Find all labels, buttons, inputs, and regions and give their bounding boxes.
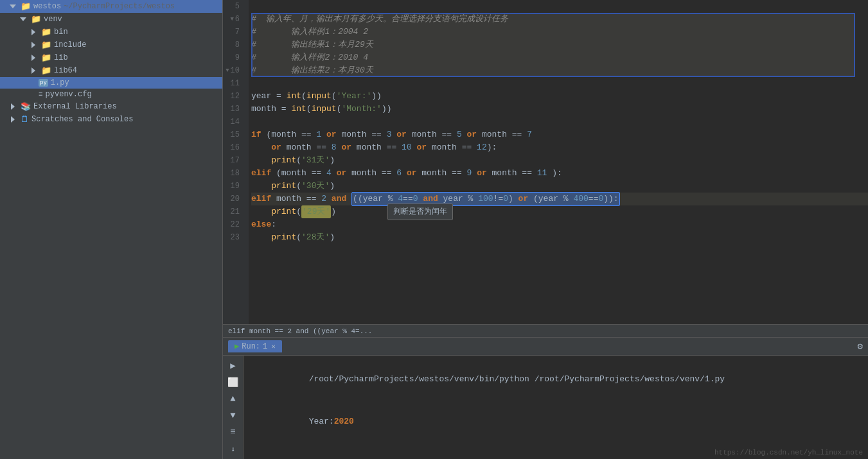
fn-print-19: print [271,180,296,193]
arrow-down-icon [8,1,18,12]
lib-arrow-icon [28,53,39,63]
sidebar-item-venv[interactable]: 📁 venv [0,13,222,26]
run-year-value: 2020 [334,417,354,426]
comment-6: # 输入年、月，输出本月有多少天。合理选择分支语句完成设计任务 [251,13,508,26]
run-wrap-button[interactable]: ≡ [226,425,240,439]
kw-else-22: else [251,218,271,231]
run-scroll-up-button[interactable]: ▲ [226,392,240,406]
code-line-18: elif (month == 4 or month == 6 or month … [251,167,868,180]
external-libraries-label: External Libraries [33,102,117,111]
str-month: 'Month:' [341,103,381,116]
line-num-11: 11 [223,77,244,90]
line-num-20: 20 [223,193,244,205]
lib64-label: lib64 [54,66,77,75]
code-line-5 [251,0,868,13]
line-num-13: 13 [223,103,244,116]
venv-arrow-icon [18,14,28,24]
line-num-12: 12 [223,90,244,103]
run-sidebar: ▶ ⬜ ▲ ▼ ≡ ⇓ [223,356,244,459]
fn-input-12: input [306,90,332,103]
line-num-7: 7 [223,26,244,39]
run-tab-close-icon[interactable]: ✕ [271,342,276,351]
code-line-21: print('29天') 判断是否为闰年 [251,205,868,218]
include-label: include [54,40,86,49]
westos-path: ~/PycharmProjects/westos [64,2,175,11]
kw-elif-20: elif [251,193,271,205]
lib64-arrow-icon [28,65,39,76]
code-line-6: # 输入年、月，输出本月有多少天。合理选择分支语句完成设计任务 [251,13,868,26]
line-num-22: 22 [223,218,244,231]
kw-elif-18: elif [251,167,271,180]
code-line-7: # 输入样例1：2004 2 [251,26,868,39]
sidebar-item-pyvenv[interactable]: ≡ pyvenv.cfg [0,89,222,100]
fn-input-13: input [312,103,337,116]
comment-9: # 输入样例2：2010 4 [251,51,368,64]
westos-label: westos [33,2,61,11]
run-stop-button[interactable]: ⬜ [226,375,240,389]
comment-8: # 输出结果1：本月29天 [251,39,373,51]
code-line-17: print('31天') [251,154,868,167]
code-line-16: or month == 8 or month == 10 or month ==… [251,141,868,154]
str-28: '28天' [301,231,330,244]
var-month: month [251,103,276,116]
comment-7: # 输入样例1：2004 2 [251,26,368,39]
library-icon: 📚 [21,101,31,112]
comment-10: # 输出结果2：本月30天 [251,64,373,77]
sidebar-item-lib64[interactable]: 📁 lib64 [0,64,222,77]
line-num-17: 17 [223,154,244,167]
code-lines[interactable]: # 输入年、月，输出本月有多少天。合理选择分支语句完成设计任务 # 输入样例1：… [249,0,868,324]
sidebar-item-lib[interactable]: 📁 lib [0,51,222,64]
fn-print-17: print [271,154,296,167]
run-play-icon: ▶ [235,342,239,351]
line-num-6: ▼6 [223,13,244,26]
run-scroll-to-end-button[interactable]: ⇓ [226,442,240,456]
var-year: year [251,90,271,103]
run-body: ▶ ⬜ ▲ ▼ ≡ ⇓ /root/PycharmProjects/westos… [223,356,868,459]
scratches-icon: 🗒 [21,115,29,125]
str-year: 'Year:' [337,90,372,103]
line-num-21: 21 [223,205,244,218]
sidebar-item-bin[interactable]: 📁 bin [0,26,222,39]
lib-label: lib [54,53,68,62]
sidebar: 📁 westos ~/PycharmProjects/westos 📁 venv… [0,0,223,459]
run-panel: ▶ Run: 1 ✕ ⚙ ▶ ⬜ ▲ ▼ ≡ ⇓ [223,337,868,459]
run-play-button[interactable]: ▶ [226,358,240,372]
code-line-11 [251,77,868,90]
line-num-23: 23 [223,231,244,244]
sidebar-item-include[interactable]: 📁 include [0,39,222,51]
line-num-16: 16 [223,141,244,154]
run-scroll-down-button[interactable]: ▼ [226,408,240,422]
line-num-19: 19 [223,180,244,193]
code-line-19: print('30天') [251,180,868,193]
code-line-14 [251,116,868,128]
sidebar-item-external-libraries[interactable]: 📚 External Libraries [0,100,222,113]
str-31: '31天' [301,154,330,167]
run-tab-number: 1 [263,342,267,351]
sidebar-item-1py[interactable]: py 1.py [0,77,222,89]
1py-label: 1.py [51,78,69,87]
str-29-highlighted: '29天' [301,205,331,218]
gear-icon[interactable]: ⚙ [858,341,863,352]
line-num-9: 9 [223,51,244,64]
scratches-arrow-icon [8,114,18,125]
line-num-10: ▼10 [223,64,244,77]
fn-int-12: int [287,90,301,103]
pyvenv-label: pyvenv.cfg [46,90,92,99]
bin-label: bin [54,28,68,37]
run-line-path: /root/PycharmProjects/westos/venv/bin/py… [249,358,863,401]
cfg-file-icon: ≡ [39,91,43,98]
bin-arrow-icon [28,27,39,37]
scratches-label: Scratches and Consoles [31,115,133,124]
run-tab-1[interactable]: ▶ Run: 1 ✕ [228,340,282,352]
sidebar-item-scratches[interactable]: 🗒 Scratches and Consoles [0,113,222,126]
fn-print-21: print [271,205,296,218]
run-line-year: Year:2020 [249,401,863,443]
code-line-20: elif month == 2 and ((year % 4==0 and ye… [251,193,868,205]
code-line-23: print('28天') [251,231,868,244]
run-year-label: Year: [309,417,334,426]
sidebar-item-westos[interactable]: 📁 westos ~/PycharmProjects/westos [0,0,222,13]
python-file-icon: py [39,79,48,87]
fn-int-13: int [291,103,306,116]
line-num-15: 15 [223,128,244,141]
code-line-13: month = int(input('Month:')) [251,103,868,116]
